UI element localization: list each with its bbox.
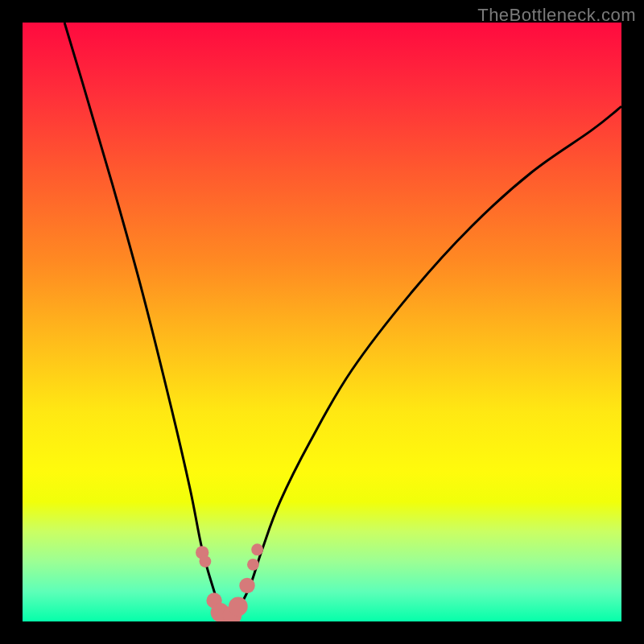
- watermark-text: TheBottleneck.com: [477, 5, 636, 26]
- plot-area: [23, 23, 621, 621]
- outer-frame: TheBottleneck.com: [0, 0, 644, 644]
